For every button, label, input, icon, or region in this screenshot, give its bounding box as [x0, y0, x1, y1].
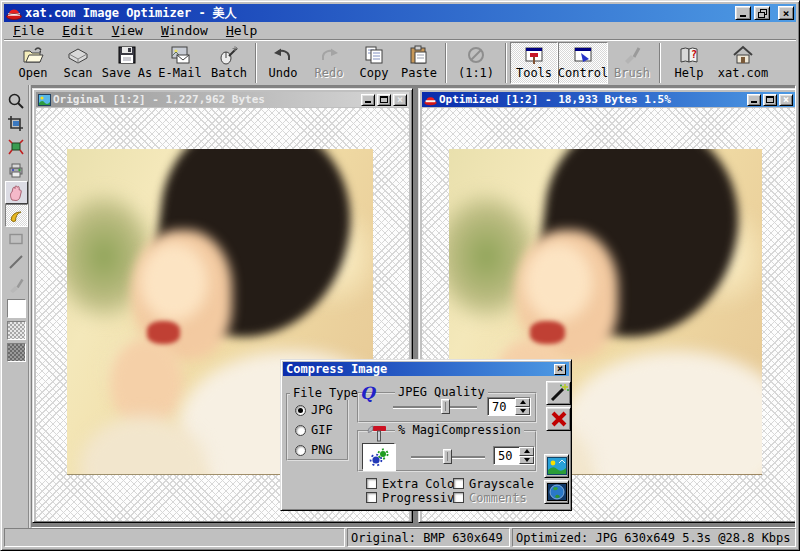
rect-select-tool-button[interactable]	[5, 227, 28, 250]
dialog-close-button[interactable]: ×	[554, 364, 566, 375]
original-minimize-button[interactable]	[361, 94, 375, 106]
line-icon	[7, 253, 25, 271]
menu-help[interactable]: Help	[217, 23, 266, 38]
quality-slider-thumb[interactable]	[441, 399, 450, 414]
batch-button[interactable]: Batch	[206, 42, 252, 84]
acquire-tool-button[interactable]	[5, 158, 28, 181]
email-icon	[169, 45, 191, 65]
save-as-button[interactable]: Save As	[100, 42, 154, 84]
tools-toggle-button[interactable]: Tools	[510, 42, 558, 84]
scan-button[interactable]: Scan	[56, 42, 100, 84]
menu-file[interactable]: File	[4, 23, 53, 38]
optimized-minimize-button[interactable]	[747, 94, 761, 106]
statusbar: Original: BMP 630x649 TrueColor Optimize…	[4, 528, 796, 547]
restore-button[interactable]	[754, 6, 770, 20]
dialog-titlebar[interactable]: Compress Image ×	[283, 362, 569, 376]
smooth-tool-button[interactable]	[5, 204, 28, 227]
extra-color-checkbox[interactable]	[366, 478, 377, 489]
file-type-label: File Type	[290, 386, 361, 400]
tools-window-icon	[523, 45, 545, 65]
app-logo-icon	[424, 94, 437, 106]
magic-optimize-button[interactable]	[546, 381, 571, 405]
wand-icon	[549, 383, 569, 403]
pan-tool-button[interactable]	[5, 181, 28, 204]
toolbar-separator	[659, 43, 661, 83]
magicompression-gears-button[interactable]	[362, 443, 395, 470]
magicompression-label: % MagiCompression	[395, 423, 524, 437]
quality-spin-down[interactable]	[515, 407, 530, 416]
radio-png-circle[interactable]	[295, 445, 306, 456]
magicompression-slider-thumb[interactable]	[443, 449, 452, 464]
web-preview-button[interactable]	[544, 480, 569, 504]
grayscale-checkbox[interactable]	[453, 478, 464, 489]
mouse-wand-icon	[218, 45, 240, 65]
optimized-window-titlebar[interactable]: Optimized [1:2] - 18,933 Bytes 1.5% ×	[422, 92, 795, 107]
copy-button[interactable]: Copy	[352, 42, 396, 84]
gears-icon	[368, 447, 390, 467]
resize-tool-button[interactable]	[5, 135, 28, 158]
status-panel-empty	[4, 528, 345, 547]
original-window-title: Original [1:2] - 1,227,962 Bytes	[53, 93, 359, 106]
menu-edit[interactable]: Edit	[53, 23, 102, 38]
progressive-label: Progressive	[382, 491, 461, 505]
swatch-pattern-light[interactable]	[7, 321, 26, 340]
shrink-arrows-icon	[7, 138, 25, 156]
hammer-icon	[366, 425, 390, 442]
optimized-window-title: Optimized [1:2] - 18,933 Bytes 1.5%	[439, 93, 745, 106]
quality-slider-track[interactable]	[393, 406, 477, 408]
radio-gif-circle[interactable]	[295, 425, 306, 436]
mdi-workspace: Original [1:2] - 1,227,962 Bytes × Optim…	[31, 85, 796, 528]
line-tool-button[interactable]	[5, 250, 28, 273]
magicompression-spin-down[interactable]	[519, 456, 534, 465]
app-titlebar[interactable]: xat.com Image Optimizer - 美人 ×	[4, 4, 796, 22]
paint-tool-button[interactable]	[5, 273, 28, 296]
zoom-tool-button[interactable]	[5, 89, 28, 112]
quality-q-symbol: Q	[360, 383, 375, 403]
original-maximize-button[interactable]	[377, 94, 391, 106]
original-window-titlebar[interactable]: Original [1:2] - 1,227,962 Bytes ×	[36, 92, 409, 107]
original-close-button[interactable]: ×	[393, 94, 407, 106]
close-button[interactable]: ×	[778, 6, 794, 20]
radio-png[interactable]: PNG	[295, 443, 333, 457]
toolbar-separator	[505, 43, 507, 83]
app-title: xat.com Image Optimizer - 美人	[25, 5, 237, 22]
email-button[interactable]: E-Mail	[154, 42, 206, 84]
paste-icon	[408, 45, 430, 65]
floppy-disk-icon	[116, 45, 138, 65]
jpeg-quality-group: JPEG Quality 70	[357, 392, 537, 423]
crop-tool-button[interactable]	[5, 112, 28, 135]
landscape-picture-icon	[547, 457, 567, 475]
control-toggle-button[interactable]: Control	[558, 42, 608, 84]
globe-icon	[547, 483, 567, 501]
paintbrush-icon	[7, 276, 25, 294]
undo-button[interactable]: Undo	[260, 42, 306, 84]
printer-icon	[7, 161, 25, 179]
magicompression-spin-up[interactable]	[519, 447, 534, 456]
rectangle-icon	[7, 230, 25, 248]
optimized-maximize-button[interactable]	[763, 94, 777, 106]
toolbar-separator	[445, 43, 447, 83]
preview-image-button[interactable]	[544, 454, 569, 478]
swatch-white[interactable]	[7, 299, 26, 318]
app-window: xat.com Image Optimizer - 美人 × File Edit…	[0, 0, 800, 551]
quality-spin-up[interactable]	[515, 398, 530, 407]
comments-checkbox	[453, 492, 464, 503]
paste-button[interactable]: Paste	[396, 42, 442, 84]
radio-jpg[interactable]: JPG	[295, 403, 333, 417]
minimize-button[interactable]	[735, 6, 751, 20]
menu-view[interactable]: View	[103, 23, 152, 38]
toolbar-separator	[255, 43, 257, 83]
help-button[interactable]: ? Help	[664, 42, 714, 84]
control-window-icon	[572, 45, 594, 65]
xat-home-button[interactable]: xat.com	[714, 42, 772, 84]
radio-gif[interactable]: GIF	[295, 423, 333, 437]
optimized-close-button[interactable]: ×	[779, 94, 793, 106]
radio-jpg-circle[interactable]	[295, 405, 306, 416]
redo-icon	[318, 45, 340, 65]
menu-window[interactable]: Window	[152, 23, 217, 38]
cancel-button[interactable]	[546, 407, 571, 431]
swatch-pattern-dark[interactable]	[7, 343, 26, 362]
progressive-checkbox[interactable]	[366, 492, 377, 503]
crop-icon	[7, 115, 25, 133]
open-button[interactable]: Open	[10, 42, 56, 84]
